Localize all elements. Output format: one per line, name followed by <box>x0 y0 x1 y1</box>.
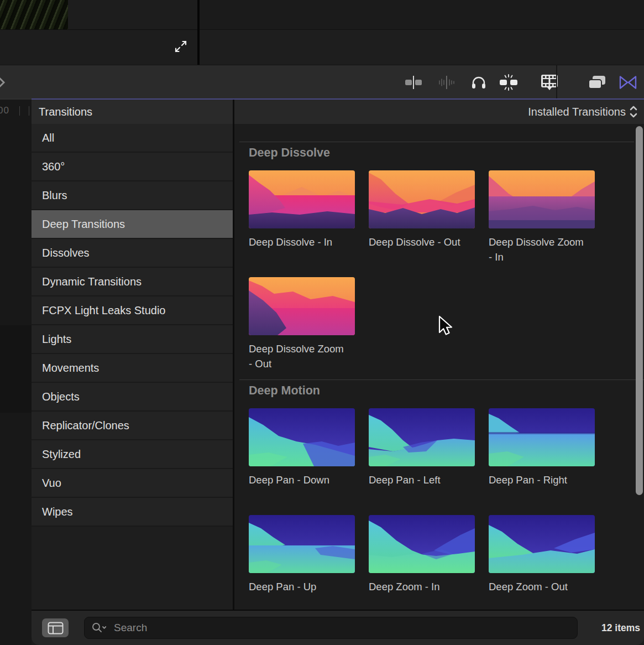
sidebar-item-label: FCPX Light Leaks Studio <box>32 304 165 317</box>
sidebar-item-label: Dynamic Transitions <box>32 275 142 288</box>
panel-title: Transitions <box>32 106 92 118</box>
skimming-button[interactable] <box>401 65 426 99</box>
sidebar-item-label: Lights <box>32 333 71 346</box>
expand-arrows-icon <box>174 40 187 53</box>
viewer-area <box>0 0 200 65</box>
transition-tile[interactable]: Deep Dissolve - In <box>249 170 355 266</box>
transition-tile[interactable]: Deep Pan - Down <box>249 408 355 503</box>
transition-thumbnail[interactable] <box>249 170 355 228</box>
transition-thumbnail[interactable] <box>489 170 595 228</box>
sidebar-item-deep-transitions[interactable]: Deep Transitions <box>32 210 233 239</box>
empty-pane <box>200 0 644 65</box>
browser-filmstrip-button[interactable] <box>537 65 562 99</box>
transition-tile[interactable]: Deep Pan - Left <box>369 408 475 503</box>
ruler-tick <box>19 106 20 116</box>
sidebar-item-label: Vuo <box>32 477 61 490</box>
skimmer-icon <box>404 75 423 90</box>
sidebar-item-dynamic-transitions[interactable]: Dynamic Transitions <box>32 268 233 297</box>
overlapping-cards-icon <box>588 75 606 90</box>
sidebar-item-vuo[interactable]: Vuo <box>32 469 233 498</box>
sidebar-item-label: Blurs <box>32 189 67 202</box>
transitions-panel: Transitions Installed Transitions All360… <box>32 100 644 645</box>
sidebar-item-lights[interactable]: Lights <box>32 325 233 354</box>
panel-body: All360°BlursDeep TransitionsDissolvesDyn… <box>32 124 644 610</box>
transition-name: Deep Pan - Left <box>369 472 468 487</box>
photos-titles-browser-button[interactable] <box>585 65 609 99</box>
transition-thumbnail[interactable] <box>369 515 475 573</box>
transition-name: Deep Zoom - Out <box>489 579 588 594</box>
headphones-icon <box>470 75 487 90</box>
transition-tile[interactable]: Deep Dissolve - Out <box>369 170 475 266</box>
category-sidebar: All360°BlursDeep TransitionsDissolvesDyn… <box>32 124 234 610</box>
transition-tile[interactable]: Deep Dissolve Zoom - Out <box>249 277 355 372</box>
sidebar-item-label: Deep Transitions <box>32 218 125 231</box>
timeline-ruler-label: 00 <box>0 105 9 116</box>
sidebar-layout-icon <box>48 622 64 634</box>
final-cut-transitions-browser: 00 Transitions Installed Transitions All… <box>0 0 644 645</box>
transition-name: Deep Dissolve - Out <box>369 235 468 249</box>
audio-waveform-icon <box>437 75 457 90</box>
transition-name: Deep Dissolve Zoom - In <box>489 235 588 264</box>
sidebar-item-all[interactable]: All <box>32 124 233 153</box>
collection-selector[interactable]: Installed Transitions <box>528 106 626 118</box>
divider <box>0 29 197 30</box>
sidebar-item-label: Movements <box>32 362 99 374</box>
sidebar-item-label: Wipes <box>32 506 73 518</box>
search-input[interactable] <box>113 621 577 634</box>
sidebar-item-360-[interactable]: 360° <box>32 153 233 181</box>
transition-tile[interactable]: Deep Dissolve Zoom - In <box>489 170 595 266</box>
scrollbar[interactable] <box>636 126 643 495</box>
section-title: Deep Motion <box>249 384 644 398</box>
search-field[interactable] <box>84 617 578 639</box>
transition-thumbnail[interactable] <box>489 515 595 573</box>
sidebar-item-blurs[interactable]: Blurs <box>32 181 233 210</box>
stepper-updown-icon[interactable] <box>629 104 638 119</box>
search-icon[interactable] <box>91 622 108 634</box>
sidebar-item-fcpx-light-leaks-studio[interactable]: FCPX Light Leaks Studio <box>32 297 233 325</box>
ruler-tick <box>29 106 29 116</box>
sidebar-item-replicator-clones[interactable]: Replicator/Clones <box>32 412 233 440</box>
transition-tile[interactable]: Deep Pan - Right <box>489 408 595 503</box>
sidebar-item-dissolves[interactable]: Dissolves <box>32 239 233 268</box>
transition-tile[interactable]: Deep Pan - Up <box>249 515 355 610</box>
transition-thumbnail[interactable] <box>249 515 355 573</box>
transition-tile[interactable]: Deep Zoom - In <box>369 515 475 610</box>
sidebar-toggle-button[interactable] <box>42 618 69 637</box>
panel-header: Transitions Installed Transitions <box>32 100 644 124</box>
sidebar-item-movements[interactable]: Movements <box>32 354 233 383</box>
timeline-region <box>0 325 32 413</box>
section-divider <box>239 142 634 142</box>
transition-thumbnail[interactable] <box>369 170 475 228</box>
section-title: Deep Dissolve <box>249 146 644 160</box>
audio-skimming-button[interactable] <box>434 65 459 99</box>
panel-footer: 12 items <box>32 610 644 645</box>
expand-fullscreen-button[interactable] <box>174 39 188 54</box>
sidebar-item-objects[interactable]: Objects <box>32 383 233 412</box>
sidebar-item-stylized[interactable]: Stylized <box>32 440 233 469</box>
transition-name: Deep Dissolve Zoom - Out <box>249 341 348 371</box>
transitions-grid-area: Deep DissolveDeep Dissolve - InDeep Diss… <box>234 124 644 610</box>
viewer-thumbnail-image <box>0 0 68 29</box>
transition-thumbnail[interactable] <box>249 408 355 466</box>
transition-tile[interactable]: Deep Zoom - Out <box>489 515 595 610</box>
toolbar-separator <box>556 65 557 99</box>
sidebar-item-label: 360° <box>32 160 65 173</box>
transition-name: Deep Zoom - In <box>369 579 468 594</box>
sidebar-item-label: Objects <box>32 391 80 403</box>
solo-audio-button[interactable] <box>467 65 491 99</box>
transition-thumbnail[interactable] <box>249 277 355 335</box>
sidebar-item-label: All <box>32 132 54 144</box>
transition-name: Deep Pan - Right <box>489 472 588 487</box>
transition-thumbnail[interactable] <box>369 408 475 466</box>
timeline-strip: 00 <box>0 100 32 645</box>
transitions-bowtie-icon <box>619 75 637 90</box>
sidebar-item-wipes[interactable]: Wipes <box>32 498 233 527</box>
snapping-button[interactable] <box>496 65 521 99</box>
snapping-icon <box>498 74 519 91</box>
transition-grid: Deep Pan - DownDeep Pan - LeftDeep Pan -… <box>249 408 644 610</box>
transitions-browser-button[interactable] <box>616 65 640 99</box>
chevron-right-icon[interactable] <box>0 65 6 99</box>
transition-thumbnail[interactable] <box>489 408 595 466</box>
sidebar-item-label: Dissolves <box>32 247 90 259</box>
sidebar-header: Transitions <box>32 100 234 124</box>
